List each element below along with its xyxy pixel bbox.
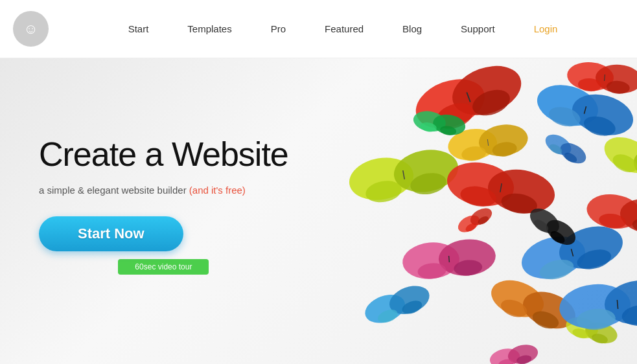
hero-subtitle-plain: a simple & elegant website builder — [39, 185, 189, 196]
nav-support[interactable]: Support — [461, 23, 495, 34]
hero-section: Create a Website a simple & elegant webs… — [0, 58, 637, 364]
nav-featured[interactable]: Featured — [325, 23, 364, 34]
butterfly-illustration — [274, 58, 637, 364]
header: ☺ Start Templates Pro Featured Blog Supp… — [0, 0, 637, 58]
nav-pro[interactable]: Pro — [271, 23, 286, 34]
nav-login[interactable]: Login — [534, 23, 558, 34]
nav-start[interactable]: Start — [128, 23, 149, 34]
svg-line-38 — [449, 256, 450, 262]
nav-blog[interactable]: Blog — [402, 23, 422, 34]
hero-content: Create a Website a simple & elegant webs… — [39, 136, 288, 275]
hero-title: Create a Website — [39, 136, 288, 173]
video-tour-button[interactable]: 60sec video tour — [118, 259, 209, 275]
hero-subtitle-highlight: (and it's free) — [189, 185, 246, 196]
start-now-button[interactable]: Start Now — [39, 216, 183, 251]
logo[interactable]: ☺ — [13, 11, 49, 47]
hero-subtitle: a simple & elegant website builder (and … — [39, 185, 288, 196]
logo-symbol: ☺ — [23, 21, 38, 38]
main-nav: Start Templates Pro Featured Blog Suppor… — [49, 23, 637, 34]
nav-templates[interactable]: Templates — [187, 23, 231, 34]
